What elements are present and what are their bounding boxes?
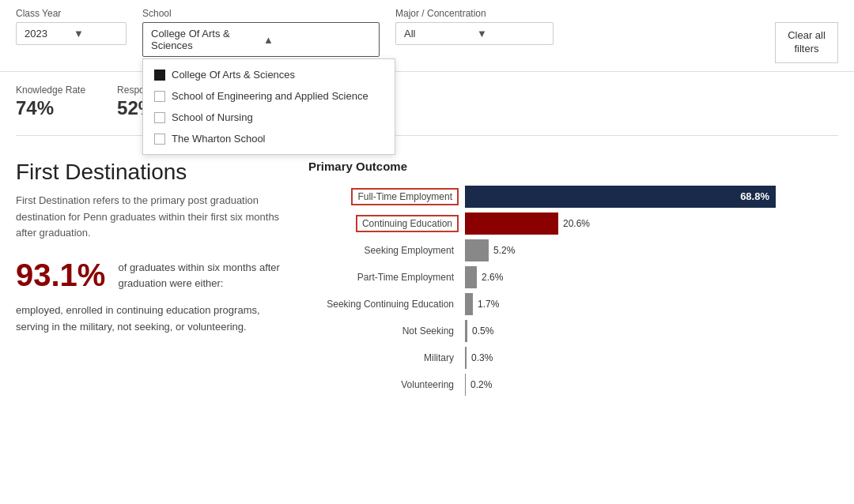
knowledge-rate-block: Knowledge Rate 74%	[16, 85, 85, 119]
engineering-option-label: School of Engineering and Applied Scienc…	[172, 90, 368, 102]
bar-row: Part-Time Employment2.6%	[308, 266, 838, 288]
bar-label: Not Seeking	[398, 324, 459, 338]
school-option-engineering[interactable]: School of Engineering and Applied Scienc…	[143, 85, 395, 107]
class-year-select[interactable]: 2023 ▼	[16, 22, 127, 45]
filter-bar: Class Year 2023 ▼ School College Of Arts…	[0, 0, 854, 72]
bar-fill: 68.8%	[465, 186, 776, 208]
divider-top	[16, 135, 838, 136]
bar-label: Seeking Employment	[360, 243, 459, 258]
bar-pct-label: 0.3%	[471, 352, 493, 363]
bar-row: Not Seeking0.5%	[308, 320, 838, 342]
major-value: All	[404, 28, 472, 39]
class-year-filter: Class Year 2023 ▼	[16, 8, 127, 45]
class-year-chevron: ▼	[74, 28, 118, 39]
school-dropdown-menu: College Of Arts & Sciences School of Eng…	[142, 58, 395, 155]
nursing-checkbox	[154, 112, 165, 123]
wharton-option-label: The Wharton School	[172, 133, 266, 145]
bar-fill	[465, 374, 466, 396]
bar-pct-label: 0.2%	[470, 379, 492, 390]
school-option-arts[interactable]: College Of Arts & Sciences	[143, 64, 395, 85]
major-filter: Major / Concentration All ▼	[395, 8, 554, 45]
bar-pct-label: 0.5%	[472, 325, 493, 337]
school-filter: School College Of Arts & Sciences ▲ Coll…	[142, 8, 380, 57]
big-stat-row: 93.1% of graduates within six months aft…	[16, 258, 285, 293]
bottom-description: employed, enrolled in continuing educati…	[16, 303, 285, 336]
bar-pct-label: 2.6%	[482, 272, 503, 283]
class-year-label: Class Year	[16, 8, 127, 19]
bar-row: Full-Time Employment68.8%	[308, 186, 838, 208]
school-option-nursing[interactable]: School of Nursing	[143, 107, 395, 128]
bar-row: Seeking Continuing Education1.7%	[308, 293, 838, 315]
chart-title: Primary Outcome	[308, 160, 838, 173]
bar-label: Military	[419, 351, 459, 365]
big-stat-label: of graduates within six months after gra…	[118, 260, 285, 291]
bar-row: Volunteering0.2%	[308, 374, 838, 396]
major-select[interactable]: All ▼	[395, 22, 554, 45]
bar-fill	[465, 347, 467, 369]
bar-fill	[465, 213, 558, 235]
bar-row: Seeking Employment5.2%	[308, 239, 838, 261]
main-content: First Destinations First Destination ref…	[0, 144, 854, 412]
bar-label: Seeking Continuing Education	[322, 297, 459, 311]
bar-pct-label: 1.7%	[478, 299, 499, 310]
clear-filters-button[interactable]: Clear all filters	[775, 22, 838, 63]
school-option-wharton[interactable]: The Wharton School	[143, 128, 395, 149]
arts-checkbox	[154, 70, 165, 81]
engineering-checkbox	[154, 91, 165, 102]
bar-label: Continuing Education	[356, 215, 459, 232]
bar-label: Volunteering	[396, 378, 459, 392]
major-chevron: ▼	[477, 28, 545, 39]
chart-area: Full-Time Employment68.8%Continuing Educ…	[308, 186, 838, 396]
bar-fill	[465, 239, 489, 261]
class-year-value: 2023	[25, 28, 69, 39]
left-panel: First Destinations First Destination ref…	[16, 160, 285, 396]
bar-row: Military0.3%	[308, 347, 838, 369]
arts-option-label: College Of Arts & Sciences	[172, 69, 295, 81]
bar-pct-label: 5.2%	[493, 245, 515, 256]
nursing-option-label: School of Nursing	[172, 111, 253, 123]
bar-pct-label: 68.8%	[740, 190, 769, 202]
big-number: 93.1%	[16, 258, 105, 293]
right-panel: Primary Outcome Full-Time Employment68.8…	[308, 160, 838, 396]
stats-area: Knowledge Rate 74% Response Rate 52% Tot…	[0, 72, 854, 127]
wharton-checkbox	[154, 134, 165, 145]
bar-fill	[465, 293, 473, 315]
bar-label: Full-Time Employment	[351, 188, 459, 205]
section-description: First Destination refers to the primary …	[16, 193, 285, 242]
school-label: School	[142, 8, 380, 19]
school-select[interactable]: College Of Arts & Sciences ▲	[142, 22, 380, 57]
bar-fill	[465, 266, 477, 288]
knowledge-rate-label: Knowledge Rate	[16, 85, 85, 96]
bar-fill	[465, 320, 467, 342]
bar-label: Part-Time Employment	[353, 270, 459, 284]
bar-row: Continuing Education20.6%	[308, 213, 838, 235]
school-chevron: ▲	[263, 34, 371, 46]
section-title: First Destinations	[16, 160, 285, 185]
school-value: College Of Arts & Sciences	[151, 28, 259, 51]
major-label: Major / Concentration	[395, 8, 554, 19]
knowledge-rate-value: 74%	[16, 97, 85, 119]
bar-pct-label: 20.6%	[563, 218, 590, 229]
